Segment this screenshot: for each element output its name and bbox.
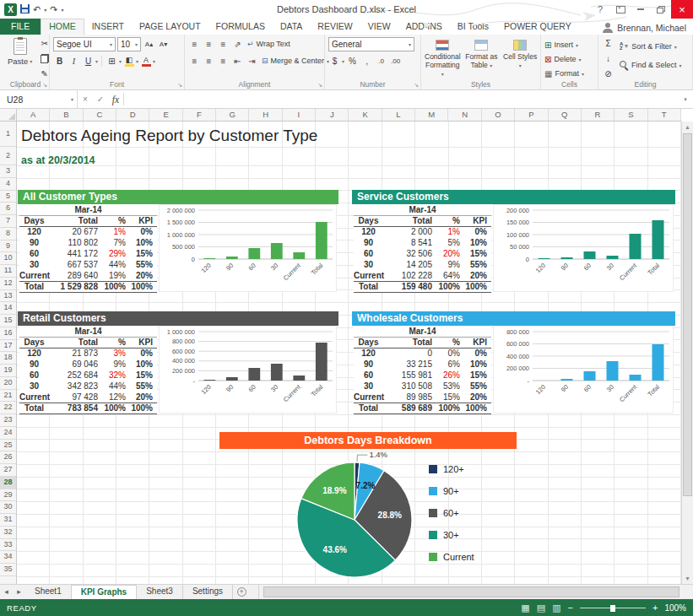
cell-total[interactable]: 441 172 xyxy=(53,248,102,259)
cell-pct[interactable]: 20% xyxy=(436,248,464,259)
cell-total[interactable]: 252 684 xyxy=(53,370,102,381)
cell-total[interactable]: 20 677 xyxy=(53,226,102,237)
number-format-select[interactable]: General▾ xyxy=(328,37,414,51)
new-sheet-icon[interactable]: + xyxy=(233,585,250,599)
cancel-icon[interactable]: × xyxy=(78,90,93,108)
minimize-icon[interactable] xyxy=(631,0,651,19)
tab-view[interactable]: VIEW xyxy=(360,19,398,35)
row-header-23[interactable]: 23 xyxy=(0,414,16,427)
cell-days[interactable]: 90 xyxy=(354,359,387,370)
worksheet-grid[interactable]: Debtors Ageing Report by Customer Type a… xyxy=(17,122,681,584)
row-header-15[interactable]: 15 xyxy=(0,315,16,327)
cell-kpi[interactable]: 100% xyxy=(130,281,157,292)
cell-styles-button[interactable]: Cell Styles ▾ xyxy=(502,37,538,78)
restore-icon[interactable] xyxy=(651,0,671,19)
sort-filter-button[interactable]: AZ▼Sort & Filter▾ xyxy=(618,40,684,53)
column-header-l[interactable]: L xyxy=(382,109,415,121)
cell-days[interactable]: 30 xyxy=(354,381,387,392)
cell-pct[interactable]: 29% xyxy=(102,248,130,259)
font-color-icon[interactable]: A xyxy=(140,56,152,67)
cell-days[interactable]: 30 xyxy=(19,381,53,392)
enter-icon[interactable]: ✓ xyxy=(93,90,108,108)
legend-item-120[interactable]: 120+ xyxy=(429,462,474,476)
cell-days[interactable]: Total xyxy=(19,403,53,413)
column-header-t[interactable]: T xyxy=(648,109,681,121)
month-label[interactable]: Mar-14 xyxy=(19,326,157,337)
cell-total[interactable]: 667 537 xyxy=(53,259,102,270)
cell-total[interactable]: 1 529 828 xyxy=(53,281,102,292)
zoom-slider[interactable] xyxy=(580,603,646,613)
cell-days[interactable]: 90 xyxy=(19,237,53,248)
cell-total[interactable]: 33 215 xyxy=(387,359,436,370)
cell-pct[interactable]: 64% xyxy=(436,270,464,281)
row-header-32[interactable]: 32 xyxy=(0,527,16,539)
cell-kpi[interactable]: 55% xyxy=(130,381,157,392)
cell-kpi[interactable]: 20% xyxy=(464,270,491,281)
zoom-handle[interactable] xyxy=(610,605,615,612)
cell-total[interactable]: 342 823 xyxy=(53,381,102,392)
column-label-pct[interactable]: % xyxy=(436,215,464,226)
row-header-31[interactable]: 31 xyxy=(0,514,16,527)
cell-kpi[interactable]: 0% xyxy=(464,226,491,237)
column-label-kpi[interactable]: KPI xyxy=(130,337,157,348)
cell-days[interactable]: 90 xyxy=(354,237,387,248)
cell-pct[interactable]: 44% xyxy=(102,381,130,392)
row-header-12[interactable]: 12 xyxy=(0,278,16,290)
row-header-4[interactable]: 4 xyxy=(0,178,16,191)
legend-item-30[interactable]: 30+ xyxy=(429,528,474,542)
cell-kpi[interactable]: 15% xyxy=(464,370,491,381)
row-header-28[interactable]: 28 xyxy=(0,477,16,489)
cell-pct[interactable]: 9% xyxy=(102,359,130,370)
tab-formulas[interactable]: FORMULAS xyxy=(208,19,273,35)
zoom-percent[interactable]: 100% xyxy=(664,603,686,613)
column-header-r[interactable]: R xyxy=(582,109,614,121)
decrease-decimal-icon[interactable]: .00 xyxy=(389,55,402,68)
row-header-29[interactable]: 29 xyxy=(0,489,16,502)
bold-button[interactable]: B xyxy=(53,55,66,68)
cell-kpi[interactable]: 15% xyxy=(130,370,157,381)
column-label-days[interactable]: Days xyxy=(19,215,53,226)
font-dialog-launcher-icon[interactable]: ↘ xyxy=(177,82,182,88)
comma-style-icon[interactable]: , xyxy=(360,55,373,68)
increase-font-size-icon[interactable]: A▴ xyxy=(143,38,155,51)
cell-pct[interactable]: 26% xyxy=(436,370,464,381)
row-header-19[interactable]: 19 xyxy=(0,365,16,377)
all-customer-types-chart[interactable]: 2 000 0001 500 0001 000 000500 000012090… xyxy=(159,204,337,292)
cell-kpi[interactable]: 10% xyxy=(130,359,157,370)
legend-item-90[interactable]: 90+ xyxy=(429,484,474,498)
cell-kpi[interactable]: 55% xyxy=(464,259,491,270)
cell-total[interactable]: 32 506 xyxy=(387,248,436,259)
cell-kpi[interactable]: 20% xyxy=(130,392,157,403)
column-label-total[interactable]: Total xyxy=(387,337,436,348)
cell-pct[interactable]: 7% xyxy=(102,237,130,248)
column-header-s[interactable]: S xyxy=(614,109,647,121)
row-header-25[interactable]: 25 xyxy=(0,440,16,452)
column-header-g[interactable]: G xyxy=(216,109,249,121)
paste-button[interactable]: Paste▾ xyxy=(5,37,35,80)
cell-total[interactable]: 89 985 xyxy=(387,392,436,403)
scroll-down-icon[interactable]: ▼ xyxy=(682,573,693,584)
cell-days[interactable]: 60 xyxy=(19,370,53,381)
number-dialog-launcher-icon[interactable]: ↘ xyxy=(414,82,419,88)
cell-pct[interactable]: 100% xyxy=(102,403,130,413)
cell-days[interactable]: 120 xyxy=(354,226,387,237)
cell-total[interactable]: 8 541 xyxy=(387,237,436,248)
cell-pct[interactable]: 100% xyxy=(436,281,464,292)
autosum-icon[interactable]: Σ xyxy=(602,37,614,50)
align-center-icon[interactable]: ≡ xyxy=(203,55,215,68)
cell-days[interactable]: 60 xyxy=(19,248,53,259)
cell-days[interactable]: 30 xyxy=(19,259,53,270)
cell-days[interactable]: 90 xyxy=(19,359,53,370)
page-break-view-icon[interactable]: ▥ xyxy=(552,602,560,613)
cell-total[interactable]: 310 508 xyxy=(387,381,436,392)
page-layout-view-icon[interactable]: ▤ xyxy=(537,602,545,613)
cell-total[interactable]: 2 000 xyxy=(387,226,436,237)
decrease-indent-icon[interactable]: ⇤ xyxy=(231,55,244,68)
cell-total[interactable]: 589 689 xyxy=(387,403,436,413)
cell-total[interactable]: 0 xyxy=(387,348,436,359)
row-header-34[interactable]: 34 xyxy=(0,551,16,564)
undo-icon[interactable]: ↶ xyxy=(33,3,41,15)
undo-caret-icon[interactable]: ▾ xyxy=(44,7,46,13)
row-header-1[interactable]: 1 xyxy=(0,122,16,147)
cell-days[interactable]: Total xyxy=(19,281,53,292)
